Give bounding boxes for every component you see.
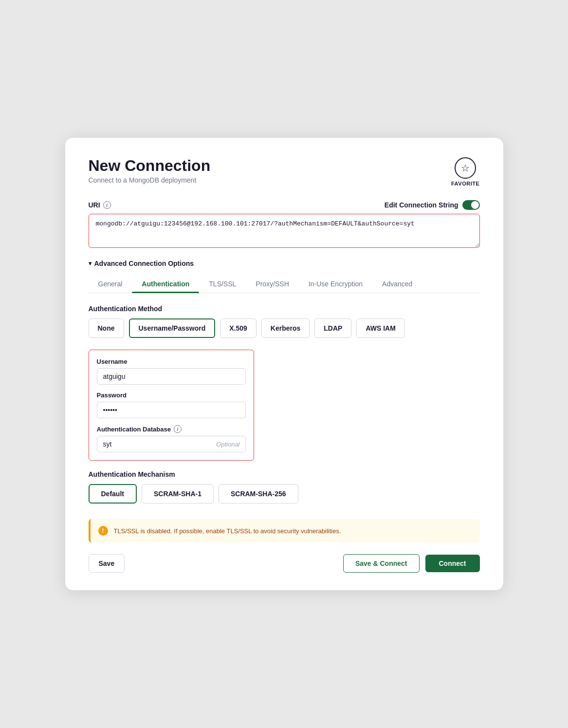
auth-method-ldap[interactable]: LDAP xyxy=(314,318,351,338)
mechanism-buttons: Default SCRAM-SHA-1 SCRAM-SHA-256 xyxy=(89,484,480,504)
edit-connection-toggle[interactable] xyxy=(462,200,480,210)
uri-info-icon[interactable]: i xyxy=(103,201,111,209)
tabs-bar: General Authentication TLS/SSL Proxy/SSH… xyxy=(89,275,480,293)
connect-button[interactable]: Connect xyxy=(425,555,480,572)
auth-method-buttons: None Username/Password X.509 Kerberos LD… xyxy=(89,318,480,338)
tab-advanced[interactable]: Advanced xyxy=(372,275,422,293)
mechanism-scram-sha-1[interactable]: SCRAM-SHA-1 xyxy=(142,484,214,504)
mechanism-default[interactable]: Default xyxy=(89,484,137,504)
auth-method-kerberos[interactable]: Kerberos xyxy=(261,318,310,338)
tab-general[interactable]: General xyxy=(89,275,132,293)
auth-method-aws-iam[interactable]: AWS IAM xyxy=(356,318,404,338)
auth-method-username-password[interactable]: Username/Password xyxy=(129,318,216,338)
save-button[interactable]: Save xyxy=(89,554,125,573)
tab-proxy-ssh[interactable]: Proxy/SSH xyxy=(246,275,298,293)
credentials-box: Username Password Authentication Databas… xyxy=(89,350,254,461)
username-input[interactable] xyxy=(97,368,246,385)
auth-mechanism-section: Authentication Mechanism Default SCRAM-S… xyxy=(89,470,480,504)
uri-label: URI i xyxy=(89,201,111,209)
page-subtitle: Connect to a MongoDB deployment xyxy=(89,176,211,184)
favorite-button[interactable]: ☆ FAVORITE xyxy=(451,157,480,187)
advanced-toggle-button[interactable]: ▾ Advanced Connection Options xyxy=(89,260,194,267)
new-connection-card: New Connection Connect to a MongoDB depl… xyxy=(65,138,503,590)
auth-database-input-wrapper: Optional xyxy=(97,436,246,452)
warning-icon: ! xyxy=(98,526,108,536)
auth-mechanism-label: Authentication Mechanism xyxy=(89,470,480,478)
save-and-connect-button[interactable]: Save & Connect xyxy=(343,554,420,573)
auth-database-input[interactable] xyxy=(97,436,246,452)
uri-section: URI i Edit Connection String mongodb://a… xyxy=(89,200,480,250)
tab-in-use-encryption[interactable]: In-Use Encryption xyxy=(299,275,372,293)
auth-database-info-icon[interactable]: i xyxy=(174,425,182,433)
auth-database-label: Authentication Database i xyxy=(97,425,246,433)
uri-row: URI i Edit Connection String xyxy=(89,200,480,210)
footer: Save Save & Connect Connect xyxy=(89,554,480,573)
password-label: Password xyxy=(97,392,246,399)
username-field-group: Username xyxy=(97,358,246,385)
warning-text: TLS/SSL is disabled. If possible, enable… xyxy=(114,527,341,535)
page-title: New Connection xyxy=(89,157,211,174)
favorite-label: FAVORITE xyxy=(451,181,480,187)
auth-method-none[interactable]: None xyxy=(89,318,124,338)
mechanism-scram-sha-256[interactable]: SCRAM-SHA-256 xyxy=(219,484,298,504)
star-icon: ☆ xyxy=(455,157,476,179)
tls-warning-banner: ! TLS/SSL is disabled. If possible, enab… xyxy=(89,519,480,542)
tab-authentication[interactable]: Authentication xyxy=(132,275,199,293)
username-label: Username xyxy=(97,358,246,365)
auth-method-x509[interactable]: X.509 xyxy=(220,318,257,338)
header-left: New Connection Connect to a MongoDB depl… xyxy=(89,157,211,184)
uri-input[interactable]: mongodb://atguigu:123456@192.168.100.101… xyxy=(89,214,480,248)
footer-right: Save & Connect Connect xyxy=(343,554,480,573)
edit-connection-label: Edit Connection String xyxy=(385,201,458,209)
edit-connection-row: Edit Connection String xyxy=(385,200,480,210)
tab-tls-ssl[interactable]: TLS/SSL xyxy=(199,275,246,293)
password-input[interactable] xyxy=(97,402,246,418)
chevron-down-icon: ▾ xyxy=(89,260,92,267)
auth-database-field-group: Authentication Database i Optional xyxy=(97,425,246,452)
header: New Connection Connect to a MongoDB depl… xyxy=(89,157,480,187)
advanced-section: ▾ Advanced Connection Options General Au… xyxy=(89,260,480,504)
password-field-group: Password xyxy=(97,392,246,418)
auth-method-label: Authentication Method xyxy=(89,305,480,313)
